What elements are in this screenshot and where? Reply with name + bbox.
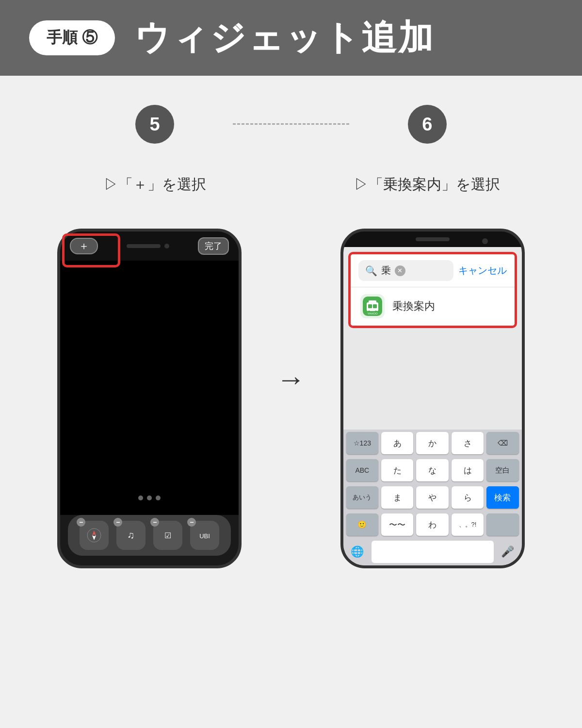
step6-section: 6 [302, 105, 553, 155]
kb-key-emoji[interactable]: 🙂 [346, 513, 378, 536]
search-result-item[interactable]: YAHOO 乗換案内 [351, 287, 515, 326]
header-title: ウィジェット追加 [134, 15, 435, 61]
svg-text:UBI: UBI [200, 532, 210, 540]
phone1-screen [60, 261, 239, 515]
red-highlight-plus [62, 233, 120, 267]
dock-icon-2: − ♫ [116, 521, 146, 550]
kb-key-tilde[interactable]: 〜〜 [381, 513, 413, 536]
step5-label: ▷「＋」を選択 [104, 175, 206, 195]
svg-text:☑: ☑ [164, 531, 171, 540]
kb-key-space[interactable]: 空白 [486, 459, 518, 481]
kb-key-ha[interactable]: は [452, 459, 484, 481]
minus-badge-3: − [150, 518, 159, 527]
kb-key-wa[interactable]: わ [416, 513, 448, 536]
search-bar: 🔍 乗 ✕ キャンセル [351, 254, 515, 287]
phone-camera [164, 244, 169, 248]
clear-search-button[interactable]: ✕ [395, 265, 405, 276]
svg-text:YAHOO: YAHOO [367, 312, 378, 315]
step6-label: ▷「乗換案内」を選択 [354, 175, 500, 195]
kb-key-aiuo[interactable]: あいう [346, 486, 378, 509]
kb-key-punctuation[interactable]: 、。?! [452, 513, 484, 536]
reminders-icon: ☑ [160, 528, 176, 543]
phone2-mockup: 🔍 乗 ✕ キャンセル [340, 229, 525, 568]
step6-circle: 6 [408, 105, 447, 144]
page-dots [138, 496, 161, 500]
kb-row-4: 🙂 〜〜 わ 、。?! [343, 511, 522, 538]
header: 手順 ⑤ ウィジェット追加 [0, 0, 582, 76]
dot2 [147, 496, 152, 500]
dock-icon-3: − ☑ [153, 521, 182, 550]
phone2-screen: 🔍 乗 ✕ キャンセル [343, 247, 522, 565]
red-highlight-search: 🔍 乗 ✕ キャンセル [348, 252, 517, 328]
microphone-icon[interactable]: 🎤 [497, 541, 519, 563]
phone2-speaker [416, 237, 450, 241]
kb-key-ta[interactable]: た [381, 459, 413, 481]
kb-key-ya[interactable]: や [416, 486, 448, 509]
kb-key-123[interactable]: ☆123 [346, 432, 378, 454]
kb-key-empty [486, 513, 518, 536]
step-connector [233, 123, 349, 125]
svg-rect-14 [368, 304, 372, 308]
phone2-camera [482, 238, 488, 244]
music-icon: ♫ [123, 528, 139, 543]
search-icon: 🔍 [365, 265, 377, 277]
main-content: 5 6 ▷「＋」を選択 ▷「乗換案内」を選択 ＋ [0, 76, 582, 607]
svg-rect-15 [373, 304, 377, 308]
kb-key-abc[interactable]: ABC [346, 459, 378, 481]
step-numbers-row: 5 6 [29, 105, 553, 155]
kb-key-a[interactable]: あ [381, 432, 413, 454]
kb-key-ka[interactable]: か [416, 432, 448, 454]
kb-key-search[interactable]: 検索 [486, 486, 518, 509]
dot3 [156, 496, 161, 500]
search-text: 乗 [381, 264, 391, 277]
phone1-mockup: ＋ 完了 [57, 229, 242, 568]
dock-icon-4: − UBI [190, 521, 219, 550]
kb-key-ma[interactable]: ま [381, 486, 413, 509]
minus-badge-4: − [187, 518, 196, 527]
svg-text:♫: ♫ [128, 529, 135, 540]
step5-circle: 5 [135, 105, 174, 144]
transit-app-icon: UBI [197, 528, 212, 543]
kb-bottom-row: 🌐 🎤 [343, 538, 522, 565]
kb-row-3: あいう ま や ら 検索 [343, 484, 522, 511]
done-button[interactable]: 完了 [198, 237, 229, 255]
app-icon-乗換案内: YAHOO [360, 294, 385, 318]
minus-badge-1: − [77, 518, 85, 527]
kb-key-delete[interactable]: ⌫ [486, 432, 518, 454]
space-key[interactable] [372, 541, 494, 563]
step5-section: 5 [29, 105, 280, 155]
keyboard[interactable]: ☆123 あ か さ ⌫ ABC た な は [343, 430, 522, 565]
search-input[interactable]: 🔍 乗 ✕ [358, 260, 453, 281]
phone2-top-bar [343, 232, 522, 247]
kb-row-1: ☆123 あ か さ ⌫ [343, 430, 522, 457]
kb-row-2: ABC た な は 空白 [343, 457, 522, 484]
kb-key-na[interactable]: な [416, 459, 448, 481]
dock-icon-1: − [80, 521, 109, 550]
phones-row: ＋ 完了 [29, 229, 553, 568]
kb-key-sa[interactable]: さ [452, 432, 484, 454]
svg-rect-11 [369, 300, 376, 303]
minus-badge-2: − [113, 518, 122, 527]
dot1 [138, 496, 143, 500]
kb-key-ra[interactable]: ら [452, 486, 484, 509]
phone-speaker [127, 244, 161, 248]
step-badge: 手順 ⑤ [29, 20, 115, 55]
empty-screen-area [343, 333, 522, 430]
phone1-dock: − − ♫ [68, 515, 231, 556]
compass-icon [86, 528, 102, 543]
arrow-right: → [272, 363, 310, 396]
cancel-button[interactable]: キャンセル [458, 264, 507, 277]
app-name-乗換案内: 乗換案内 [392, 299, 435, 314]
globe-icon[interactable]: 🌐 [346, 541, 369, 563]
train-icon: YAHOO [363, 297, 382, 316]
